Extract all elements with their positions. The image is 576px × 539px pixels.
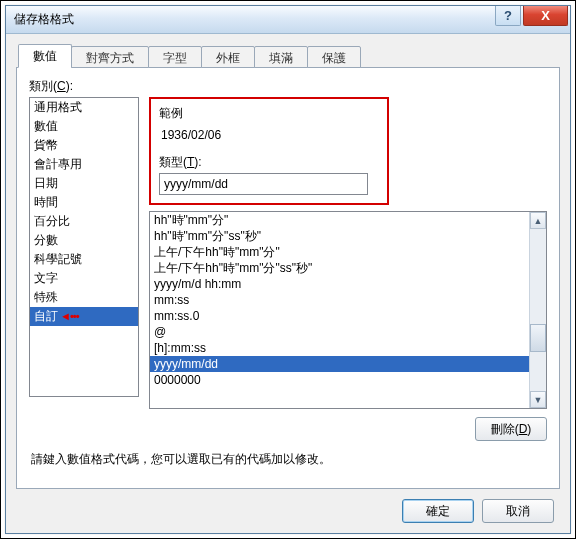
category-item[interactable]: 特殊 [30, 288, 138, 307]
sample-label: 範例 [159, 105, 379, 122]
format-item[interactable]: hh"時"mm"分" [150, 212, 529, 228]
format-item[interactable]: [h]:mm:ss [150, 340, 529, 356]
scroll-down-button[interactable]: ▼ [530, 391, 546, 408]
type-label: 類型(T): [159, 154, 379, 171]
format-item[interactable]: yyyy/mm/dd [150, 356, 529, 372]
type-input[interactable] [159, 173, 368, 195]
format-item[interactable]: mm:ss [150, 292, 529, 308]
window-title: 儲存格格式 [14, 11, 568, 28]
category-item[interactable]: 科學記號 [30, 250, 138, 269]
tab-strip: 數值 對齊方式 字型 外框 填滿 保護 [16, 44, 560, 68]
scroll-thumb[interactable] [530, 324, 546, 352]
format-listbox[interactable]: hh"時"mm"分"hh"時"mm"分"ss"秒"上午/下午hh"時"mm"分"… [149, 211, 547, 409]
category-item[interactable]: 數值 [30, 117, 138, 136]
format-item[interactable]: yyyy/m/d hh:mm [150, 276, 529, 292]
category-item[interactable]: 分數 [30, 231, 138, 250]
scroll-up-button[interactable]: ▲ [530, 212, 546, 229]
sample-value: 1936/02/06 [159, 128, 379, 142]
highlight-box: 範例 1936/02/06 類型(T): [149, 97, 389, 205]
tab-number[interactable]: 數值 [18, 44, 72, 68]
category-item[interactable]: 百分比 [30, 212, 138, 231]
close-button[interactable]: X [523, 6, 568, 26]
dialog-window: 儲存格格式 ? X 數值 對齊方式 字型 外框 填滿 保護 類別(C): 通用格… [5, 5, 571, 534]
format-item[interactable]: @ [150, 324, 529, 340]
tab-border[interactable]: 外框 [201, 46, 255, 68]
dialog-buttons: 確定 取消 [16, 489, 560, 527]
category-label: 類別(C): [29, 78, 547, 95]
format-item[interactable]: mm:ss.0 [150, 308, 529, 324]
tab-panel: 類別(C): 通用格式數值貨幣會計專用日期時間百分比分數科學記號文字特殊自訂 ◄… [16, 67, 560, 489]
titlebar: 儲存格格式 ? X [6, 6, 570, 34]
help-button[interactable]: ? [495, 6, 521, 26]
category-item[interactable]: 日期 [30, 174, 138, 193]
format-item[interactable]: 上午/下午hh"時"mm"分" [150, 244, 529, 260]
format-item[interactable]: 上午/下午hh"時"mm"分"ss"秒" [150, 260, 529, 276]
tab-alignment[interactable]: 對齊方式 [71, 46, 149, 68]
category-item[interactable]: 貨幣 [30, 136, 138, 155]
category-listbox[interactable]: 通用格式數值貨幣會計專用日期時間百分比分數科學記號文字特殊自訂 ◄••• [29, 97, 139, 397]
scroll-track[interactable] [530, 229, 546, 391]
category-item[interactable]: 時間 [30, 193, 138, 212]
format-item[interactable]: 0000000 [150, 372, 529, 388]
tab-protection[interactable]: 保護 [307, 46, 361, 68]
client-area: 數值 對齊方式 字型 外框 填滿 保護 類別(C): 通用格式數值貨幣會計專用日… [6, 34, 570, 533]
category-item[interactable]: 文字 [30, 269, 138, 288]
category-item[interactable]: 會計專用 [30, 155, 138, 174]
ok-button[interactable]: 確定 [402, 499, 474, 523]
hint-text: 請鍵入數值格式代碼，您可以選取已有的代碼加以修改。 [29, 445, 547, 476]
cancel-button[interactable]: 取消 [482, 499, 554, 523]
tab-fill[interactable]: 填滿 [254, 46, 308, 68]
scrollbar-vertical[interactable]: ▲ ▼ [529, 212, 546, 408]
category-item[interactable]: 通用格式 [30, 98, 138, 117]
tab-font[interactable]: 字型 [148, 46, 202, 68]
format-item[interactable]: hh"時"mm"分"ss"秒" [150, 228, 529, 244]
category-item[interactable]: 自訂 ◄••• [30, 307, 138, 326]
delete-button[interactable]: 刪除(D) [475, 417, 547, 441]
arrow-left-icon: ◄••• [58, 310, 79, 322]
